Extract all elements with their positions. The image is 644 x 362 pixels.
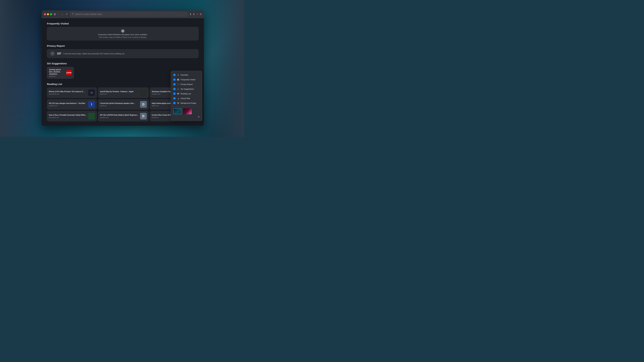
search-icon: 🔍 (72, 13, 74, 15)
customize-panel: ✓ ★ Favorites ✓ 🕐 Frequently Visited ✓ 🛡… (171, 71, 202, 121)
privacy-report-title: Privacy Report (47, 44, 198, 47)
reading-item-6-url: diy-experts.net (49, 117, 86, 118)
reading-item-1-text: macOS Big Sur Preview - Features - Apple… (100, 90, 138, 95)
background-thumbnails (171, 108, 202, 115)
reading-item-3-title: iOS 14.2 top changes and features! - You… (49, 102, 86, 105)
reading-item-4-url: reddit.com (100, 105, 138, 107)
siri-suggestions-label: Siri Suggestions (180, 88, 194, 90)
traffic-lights (44, 13, 52, 15)
frequently-visited-label: Frequently Visited (180, 79, 196, 81)
check-icon: ✓ (174, 74, 175, 76)
toolbar-right: ⬇ ⬆ ＋ ⧉ (190, 13, 202, 16)
maximize-button[interactable] (50, 13, 52, 15)
reading-item-6-thumb (88, 113, 95, 119)
reading-item-1-thumb (140, 89, 147, 96)
back-button[interactable]: ‹ (57, 12, 60, 16)
privacy-report-box: 🛡 187 In the last seven days, Safari has… (47, 49, 198, 58)
siri-suggestions-title: Siri Suggestions (47, 62, 198, 65)
siri-icon: ◎ (177, 88, 179, 90)
fv-placeholder-text2: This section may be hidden if there is n… (98, 36, 147, 38)
download-icon[interactable]: ⬇ (190, 13, 192, 15)
check-icon: ✓ (174, 93, 175, 94)
forward-button[interactable]: › (61, 12, 64, 16)
tab-overview-icon[interactable]: ⧉ (200, 13, 202, 15)
bg-thumb-cyan[interactable] (173, 108, 182, 114)
reading-list-label: Reading List (180, 93, 191, 95)
customize-favorites[interactable]: ✓ ★ Favorites (171, 72, 202, 77)
customize-icloud-tabs[interactable]: ✓ ☁ iCloud Tabs (171, 96, 202, 101)
svg-rect-3 (140, 89, 147, 96)
fv-placeholder-text1: Frequently Visited Websites will appear … (98, 33, 148, 35)
reading-item-0-thumb (88, 89, 95, 96)
frequently-visited-icon: 🕐 (177, 78, 179, 81)
bg-thumb-pink[interactable] (183, 108, 192, 114)
reading-item-0[interactable]: iPhone 12 Pro Max Preview: The Camera H.… (47, 87, 97, 98)
check-icon: ✓ (174, 102, 175, 104)
reading-item-0-text: iPhone 12 Pro Max Preview: The Camera H.… (49, 90, 86, 95)
frequently-visited-box: 🕐 Frequently Visited Websites will appea… (47, 27, 198, 40)
check-icon: ✓ (174, 83, 175, 85)
reading-list-icon: 📖 (177, 92, 179, 95)
customize-siri-suggestions[interactable]: ✓ ◎ Siri Suggestions (171, 87, 202, 91)
reading-item-6-text: How to Run a Portable Generator Safely W… (49, 114, 86, 118)
customize-reading-list[interactable]: ✓ 📖 Reading List (171, 91, 202, 96)
reading-list-checkbox[interactable]: ✓ (173, 92, 176, 95)
reading-item-6[interactable]: How to Run a Portable Generator Safely W… (47, 111, 97, 121)
privacy-shield-icon: 🛡 (50, 51, 55, 56)
favorites-label: Favorites (180, 74, 188, 76)
background-image-checkbox[interactable]: ✓ (173, 102, 176, 104)
siri-mic-icon[interactable]: 🎙 (66, 13, 68, 15)
title-bar: ⊞ ‹ › 🎙 🔍 ⬇ ⬆ ＋ ⧉ (42, 10, 204, 18)
sidebar-toggle-button[interactable]: ⊞ (54, 12, 56, 16)
frequently-visited-checkbox[interactable]: ✓ (173, 78, 176, 81)
search-input[interactable] (75, 13, 186, 15)
share-icon[interactable]: ⬆ (193, 13, 195, 15)
minimize-button[interactable] (47, 13, 49, 15)
clock-icon: 🕐 (121, 29, 124, 33)
customize-background-image[interactable]: ✓ 🖼 Background Image (171, 101, 202, 105)
close-button[interactable] (44, 13, 46, 15)
icloud-tabs-label: iCloud Tabs (180, 97, 190, 99)
check-icon: ✓ (174, 79, 175, 80)
siri-card-url: espn.com (49, 75, 64, 77)
privacy-report-checkbox[interactable]: ✓ (173, 83, 176, 85)
customize-frequently-visited[interactable]: ✓ 🕐 Frequently Visited (171, 77, 202, 82)
siri-card-text: Serving sports fans. Anytime. Anywhere. … (49, 68, 64, 77)
privacy-report-label: Privacy Report (180, 83, 193, 85)
privacy-description: In the last seven days, Safari has preve… (64, 53, 125, 55)
reading-item-7-text: DIY 24v LiFePO4 Solar Battery Bank! Begi… (100, 114, 138, 118)
reading-item-0-url: blog.halide.cam (49, 93, 86, 95)
reading-item-7-url: youtube.com (100, 117, 138, 118)
new-tab-icon[interactable]: ＋ (196, 13, 198, 16)
siri-card-title: Serving sports fans. Anytime. Anywhere. (49, 68, 64, 75)
siri-suggestions-checkbox[interactable]: ✓ (173, 88, 176, 90)
reading-item-4-text: I found the perfect Homepod speaker stan… (100, 102, 138, 107)
settings-area: ⚙ (171, 115, 202, 119)
check-icon: ✓ (174, 88, 175, 90)
background-image-label: Background Image (180, 102, 196, 104)
reading-item-4-thumb: D (140, 101, 147, 108)
reading-item-3-text: iOS 14.2 top changes and features! - You… (49, 102, 86, 107)
reading-item-7-thumb: D (140, 113, 147, 119)
favorites-checkbox[interactable]: ✓ (173, 74, 176, 76)
reading-item-7-title: DIY 24v LiFePO4 Solar Battery Bank! Begi… (100, 114, 138, 116)
reading-item-1-url: apple.com (100, 93, 138, 95)
reading-item-3-thumb: I (88, 101, 95, 108)
customize-privacy-report[interactable]: ✓ 🛡 Privacy Report (171, 82, 202, 87)
reading-item-1-title: macOS Big Sur Preview - Features - Apple (100, 90, 138, 93)
reading-item-1[interactable]: macOS Big Sur Preview - Features - Apple… (98, 87, 148, 98)
frequently-visited-title: Frequently Visited (47, 22, 198, 25)
favorites-icon: ★ (177, 74, 179, 76)
settings-gear-icon[interactable]: ⚙ (198, 116, 200, 118)
frequently-visited-section: Frequently Visited 🕐 Frequently Visited … (47, 22, 198, 40)
reading-item-6-title: How to Run a Portable Generator Safely W… (49, 114, 86, 116)
check-icon: ✓ (174, 97, 175, 99)
siri-suggestion-card[interactable]: Serving sports fans. Anytime. Anywhere. … (47, 67, 74, 79)
reading-item-3[interactable]: iOS 14.2 top changes and features! - You… (47, 99, 97, 110)
svg-point-2 (91, 92, 92, 93)
icloud-tabs-checkbox[interactable]: ✓ (173, 97, 176, 99)
customize-divider (171, 106, 202, 107)
reading-item-7[interactable]: DIY 24v LiFePO4 Solar Battery Bank! Begi… (98, 111, 148, 121)
reading-item-4[interactable]: I found the perfect Homepod speaker stan… (98, 99, 148, 110)
address-bar[interactable]: 🔍 (70, 12, 188, 16)
